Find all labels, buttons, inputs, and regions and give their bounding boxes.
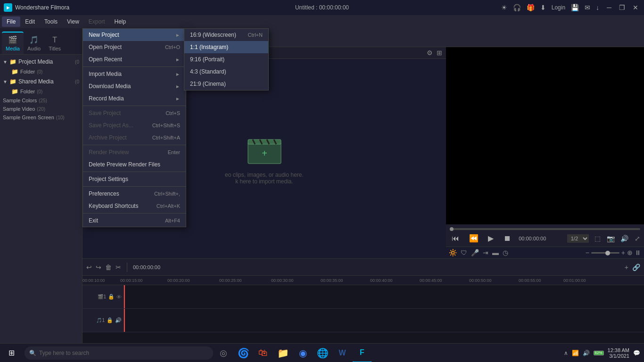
save-shortcut: Ctrl+S: [165, 110, 180, 116]
open-project-shortcut: Ctrl+O: [165, 44, 180, 50]
widescreen-label: 16:9 (Widescreen): [190, 32, 236, 38]
preferences-shortcut: Ctrl+Shift+,: [154, 191, 180, 197]
menu-preferences[interactable]: Preferences Ctrl+Shift+,: [83, 188, 186, 200]
separator-2: [83, 106, 186, 106]
standard-label: 4:3 (Standard): [190, 68, 226, 75]
new-project-submenu: 16:9 (Widescreen) Ctrl+N 1:1 (Instagram)…: [184, 28, 269, 90]
menu-save-project-as: Save Project As... Ctrl+Shift+S: [83, 119, 186, 132]
menu-new-project[interactable]: New Project ►: [83, 29, 186, 41]
keyboard-shortcut: Ctrl+Alt+K: [157, 203, 180, 209]
portrait-label: 9:16 (Portrait): [190, 56, 224, 63]
separator-5: [83, 186, 186, 187]
menu-render-preview: Render Preview Enter: [83, 146, 186, 158]
menu-save-project: Save Project Ctrl+S: [83, 107, 186, 119]
sub-portrait[interactable]: 9:16 (Portrait): [184, 53, 268, 66]
render-shortcut: Enter: [168, 149, 180, 155]
new-project-arrow: ►: [175, 33, 180, 38]
import-media-arrow: ►: [175, 72, 180, 77]
separator-3: [83, 145, 186, 145]
record-media-arrow: ►: [175, 96, 180, 101]
menu-project-settings[interactable]: Project Settings: [83, 173, 186, 185]
cinema-label: 21:9 (Cinema): [190, 81, 226, 87]
download-media-arrow: ►: [175, 84, 180, 89]
sub-instagram[interactable]: 1:1 (Instagram): [184, 41, 268, 53]
separator-6: [83, 213, 186, 214]
menu-import-media[interactable]: Import Media ►: [83, 68, 186, 80]
menu-download-media[interactable]: Download Media ►: [83, 80, 186, 92]
project-settings-label: Project Settings: [89, 176, 128, 182]
import-media-label: Import Media: [89, 71, 122, 77]
keyboard-shortcuts-label: Keyboard Shortcuts: [89, 203, 138, 209]
preferences-label: Preferences: [89, 190, 119, 197]
new-project-label: New Project: [89, 32, 119, 38]
menu-open-project[interactable]: Open Project Ctrl+O: [83, 41, 186, 53]
widescreen-shortcut: Ctrl+N: [248, 32, 263, 38]
menu-open-recent[interactable]: Open Recent ►: [83, 53, 186, 66]
archive-shortcut: Ctrl+Shift+A: [152, 135, 180, 140]
render-label: Render Preview: [89, 149, 129, 156]
menu-exit[interactable]: Exit Alt+F4: [83, 214, 186, 227]
menu-delete-render[interactable]: Delete Preview Render Files: [83, 158, 186, 171]
exit-shortcut: Alt+F4: [165, 218, 180, 223]
delete-render-label: Delete Preview Render Files: [89, 161, 160, 168]
menu-record-media[interactable]: Record Media ►: [83, 92, 186, 105]
save-as-label: Save Project As...: [89, 122, 133, 129]
sub-widescreen[interactable]: 16:9 (Widescreen) Ctrl+N: [184, 29, 268, 41]
save-as-shortcut: Ctrl+Shift+S: [152, 123, 180, 128]
download-media-label: Download Media: [89, 83, 131, 90]
archive-label: Archive Project: [89, 134, 127, 141]
exit-label: Exit: [89, 217, 98, 224]
sub-standard[interactable]: 4:3 (Standard): [184, 66, 268, 78]
record-media-label: Record Media: [89, 95, 124, 102]
menu-keyboard-shortcuts[interactable]: Keyboard Shortcuts Ctrl+Alt+K: [83, 200, 186, 212]
separator-1: [83, 66, 186, 67]
dropdown-overlay[interactable]: New Project ► Open Project Ctrl+O Open R…: [0, 0, 644, 362]
save-project-label: Save Project: [89, 110, 121, 116]
instagram-label: 1:1 (Instagram): [190, 44, 228, 50]
open-recent-label: Open Recent: [89, 56, 122, 63]
menu-archive-project: Archive Project Ctrl+Shift+A: [83, 132, 186, 144]
sub-cinema[interactable]: 21:9 (Cinema): [184, 78, 268, 90]
file-dropdown-menu: New Project ► Open Project Ctrl+O Open R…: [83, 28, 186, 227]
open-project-label: Open Project: [89, 44, 122, 50]
open-recent-arrow: ►: [175, 57, 180, 62]
separator-4: [83, 172, 186, 172]
